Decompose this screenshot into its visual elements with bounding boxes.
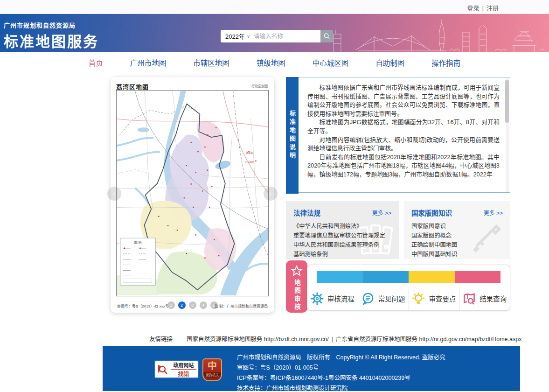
map-approval-number: 审图号：粤S（2019）43-xxx号 xyxy=(117,303,169,308)
nav-self-service-maps[interactable]: 自助制图 xyxy=(375,57,404,68)
link-divider: | xyxy=(332,336,333,343)
party-government-badge[interactable]: 中 党政机关 xyxy=(202,358,222,381)
description-paragraph: 目前发布的标准地图包括2020年标准地图和2022年标准地图。其中2020年标准… xyxy=(307,153,500,179)
map-review-panel: 审核流程 常见问题 xyxy=(307,265,510,311)
page-dot-2[interactable]: 2 xyxy=(178,301,186,309)
magnifier-flag-icon xyxy=(157,364,169,376)
star-badge-icon xyxy=(291,265,303,277)
site-error-report-badge[interactable]: 政府网站 找错 xyxy=(154,360,199,378)
map-producer: 监 制：广州市规划和自然资源局 xyxy=(215,303,268,308)
description-paragraph: 标准地图为JPG数据格式，地图幅面分为32开、16开、8开、对开和全开等。 xyxy=(307,118,500,135)
badge-line2: 找错 xyxy=(171,370,196,378)
year-dropdown[interactable]: 2022年 xyxy=(221,32,247,41)
svg-text:广州南站: 广州南站 xyxy=(245,161,254,164)
search-field: 2022年 ∨ xyxy=(221,30,320,42)
gear-icon xyxy=(311,292,324,305)
standard-map-description-panel: 标准地图说明 标准地图依据广东省和广州市界线画法标准编制而成，可用于新闻宣传用图… xyxy=(286,77,510,193)
top-utility-bar: 登录|注册 xyxy=(0,0,549,14)
national-territory-box: 国家版图知识 更多 >> 国家版图意识 国家版图的概念 正确绘制中国地图 中国版… xyxy=(404,201,510,259)
chevron-down-icon[interactable]: ∨ xyxy=(247,34,250,39)
site-footer: 政府网站 找错 中 党政机关 广州市规划和自然资源局 版权所有 CopyRigh… xyxy=(103,346,520,391)
main-nav: 首页 广州市地图 市辖区地图 镇级地图 中心城区图 自助制图 操作指南 xyxy=(0,52,549,73)
knowledge-title: 国家版图知识 xyxy=(411,208,452,217)
review-item-result-query[interactable]: 结果查询 xyxy=(459,287,510,310)
site-brand: 广州市规划和自然资源局 标准地图服务 xyxy=(4,21,99,51)
org-name: 广州市规划和自然资源局 xyxy=(4,21,99,29)
map-review-tab: 地图审核 xyxy=(286,260,307,313)
copyright-line: 广州市规划和自然资源局 版权所有 CopyRight © All Right R… xyxy=(237,352,445,363)
nav-guide[interactable]: 操作指南 xyxy=(431,57,460,68)
search-icon xyxy=(323,33,330,40)
laws-title: 法律法规 xyxy=(293,208,320,217)
color-bar xyxy=(317,271,500,283)
auth-separator: | xyxy=(482,5,484,12)
map-legend: 图 例 xyxy=(120,238,155,285)
page-dot-4[interactable]: 4 xyxy=(200,301,207,309)
login-link[interactable]: 登录 xyxy=(467,5,480,12)
scrollbar-thumb[interactable] xyxy=(505,80,509,123)
carousel-next-button[interactable]: › xyxy=(264,187,278,201)
pagination: 1 2 3 4 5 xyxy=(167,301,218,309)
map-image[interactable]: 镇龙街广州南站 图 例 xyxy=(116,90,269,296)
review-item-key-points[interactable]: 审查要点 xyxy=(409,287,459,310)
nav-home[interactable]: 首页 xyxy=(89,57,103,68)
nav-central-area-maps[interactable]: 中心城区图 xyxy=(313,57,349,68)
party-badge-caption: 党政机关 xyxy=(203,372,221,378)
laws-more-link[interactable]: 更多 >> xyxy=(372,209,391,217)
map-legend-title: 图 例 xyxy=(134,240,142,245)
knowledge-link[interactable]: 正确绘制中国地图 xyxy=(411,240,503,250)
map-review-label: 地图审核 xyxy=(292,279,301,312)
city-skyline-art xyxy=(330,18,549,52)
map-card-footer: 审图号：粤S（2019）43-xxx号 1 2 3 4 5 监 制：广州市规划和… xyxy=(116,301,269,310)
nav-town-maps[interactable]: 镇级地图 xyxy=(257,57,285,68)
map-approval-line: 审图号：粤S（2020）01-005号 xyxy=(237,363,445,373)
knowledge-link[interactable]: 中国版图基础知识 xyxy=(411,250,503,259)
icp-line: ICP备案号：粤ICP备16007440号-1粤公网安备 44010402000… xyxy=(237,373,445,383)
knowledge-link[interactable]: 国家版图的概念 xyxy=(411,231,503,240)
law-link[interactable]: 基础测绘条例 xyxy=(293,250,391,259)
description-paragraph: 对地图内容编辑(包括放大、缩小和裁切)改动的，公开使用前需要送测绘地理信息行政主… xyxy=(307,136,500,153)
description-paragraph: 标准地图依据广东省和广州市界线画法标准编制而成，可用于新闻宣传用图、书刊报纸插图… xyxy=(307,84,500,118)
page-root: 登录|注册 广州市规划和自然资源局 标准地图服务 2022年 ∨ xyxy=(0,0,549,392)
law-link[interactable]: 中华人民共和国测绘成果管理条例 xyxy=(293,240,391,250)
law-link[interactable]: 《中华人民共和国测绘法》 xyxy=(293,222,391,231)
description-tab: 标准地图说明 xyxy=(286,77,299,194)
lightbulb-icon xyxy=(412,292,425,305)
chat-icon xyxy=(361,292,375,305)
page-dot-3[interactable]: 3 xyxy=(189,301,196,309)
footer-text: 广州市规划和自然资源局 版权所有 CopyRight © All Right R… xyxy=(237,352,445,392)
friendly-link-provincial[interactable]: 广东省自然资源厅标准地图服务 http://nr.gd.gov.cn/map/b… xyxy=(336,336,522,343)
law-link[interactable]: 重要地理信息数据审核公布管理规定 xyxy=(293,231,391,240)
svg-text:镇龙街: 镇龙街 xyxy=(246,151,253,154)
page-dot-1[interactable]: 1 xyxy=(167,301,175,309)
map-corner-note: 行政区划图 xyxy=(251,84,268,88)
knowledge-more-link[interactable]: 更多 >> xyxy=(484,209,503,217)
map-preview-card[interactable]: 荔湾区地图 行政区划图 xyxy=(111,77,274,313)
party-badge-symbol: 中 xyxy=(203,359,221,372)
friendly-links-label: 友情链接 xyxy=(149,334,173,343)
nav-district-maps[interactable]: 市辖区地图 xyxy=(193,57,229,68)
review-item-faq[interactable]: 常见问题 xyxy=(358,287,409,310)
carousel-prev-button[interactable]: ‹ xyxy=(107,187,121,201)
tech-support-line: 技术支持：广州市城市规划勘测设计研究院 xyxy=(237,383,445,392)
site-header: 广州市规划和自然资源局 标准地图服务 2022年 ∨ xyxy=(0,14,549,52)
nav-city-maps[interactable]: 广州市地图 xyxy=(130,57,167,68)
badge-line1: 政府网站 xyxy=(171,361,196,370)
register-link[interactable]: 注册 xyxy=(486,5,499,12)
search-bar: 2022年 ∨ xyxy=(221,30,333,42)
map-search-icon xyxy=(463,292,476,305)
friendly-link-national[interactable]: 国家自然资源部标准地图服务 http://bzdt.ch.mnr.gov.cn/ xyxy=(187,336,329,343)
auth-links: 登录|注册 xyxy=(467,3,499,12)
knowledge-link[interactable]: 国家版图意识 xyxy=(411,222,503,231)
search-input[interactable] xyxy=(254,33,314,40)
review-item-process[interactable]: 审核流程 xyxy=(307,287,358,310)
laws-box: 法律法规 更多 >> 《中华人民共和国测绘法》 重要地理信息数据审核公布管理规定… xyxy=(286,201,399,259)
description-body: 标准地图依据广东省和广州市界线画法标准编制而成，可用于新闻宣传用图、书刊报纸插图… xyxy=(299,77,505,192)
district-map-art: 镇龙街广州南站 图 例 xyxy=(117,91,268,296)
scrollbar-track[interactable] xyxy=(506,78,509,192)
site-title: 标准地图服务 xyxy=(4,30,99,51)
